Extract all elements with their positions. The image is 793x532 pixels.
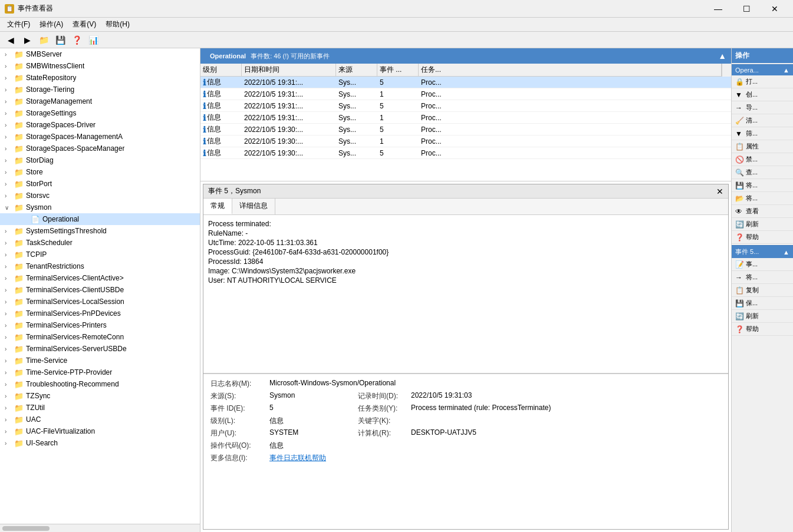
action-item[interactable]: 🧹清...: [732, 114, 793, 127]
tree-item[interactable]: ›📁UAC: [0, 414, 200, 425]
tree-item[interactable]: ›📁Storage-Tiering: [0, 84, 200, 95]
table-row[interactable]: ℹ信息2022/10/5 19:30:...Sys...5Proc...: [200, 124, 731, 136]
tree-item[interactable]: ›📁StorageManagement: [0, 95, 200, 107]
more-info-link[interactable]: 事件日志联机帮助: [269, 454, 326, 462]
tree-item[interactable]: ›📁TerminalServices-PnPDevices: [0, 308, 200, 319]
action-item[interactable]: ❓帮助: [732, 231, 793, 244]
tab-details[interactable]: 详细信息: [232, 199, 275, 214]
tree-item[interactable]: ›📁StorDiag: [0, 154, 200, 166]
tree-item[interactable]: ›📁Store: [0, 166, 200, 178]
tree-item[interactable]: ›📁Time-Service: [0, 355, 200, 366]
tree-item[interactable]: ›📁TerminalServices-ClientUSBDe: [0, 284, 200, 296]
col-source[interactable]: 来源: [336, 64, 377, 77]
tree-item[interactable]: ›📁TenantRestrictions: [0, 260, 200, 272]
menu-help[interactable]: 帮助(H): [101, 18, 134, 31]
expand-icon: ›: [5, 157, 13, 164]
action-item[interactable]: 📝事...: [732, 258, 793, 271]
tree-item[interactable]: ›📁Troubleshooting-Recommend: [0, 378, 200, 390]
folder-icon: 📁: [14, 356, 24, 365]
tree-item[interactable]: ›📁TerminalServices-Printers: [0, 319, 200, 331]
close-button[interactable]: ✕: [761, 0, 788, 18]
help-button[interactable]: ❓: [70, 33, 84, 47]
actions-section-header[interactable]: 事件 5...▲: [732, 245, 793, 258]
action-item[interactable]: ❓帮助: [732, 323, 793, 336]
tree-item[interactable]: ›📁StorPort: [0, 178, 200, 190]
tree-item[interactable]: ›📁TZUtil: [0, 402, 200, 414]
menu-view[interactable]: 查看(V): [68, 18, 101, 31]
table-row[interactable]: ℹ信息2022/10/5 19:31:...Sys...5Proc...: [200, 77, 731, 88]
action-label: 导...: [746, 103, 758, 112]
action-item[interactable]: 👁查看: [732, 205, 793, 218]
tab-general[interactable]: 常规: [203, 199, 232, 214]
action-item[interactable]: ▼筛...: [732, 127, 793, 140]
expand-icon: ›: [5, 358, 13, 364]
tree-item[interactable]: ›📁SMBWitnessClient: [0, 60, 200, 72]
tree-item[interactable]: ›📁Storsvc: [0, 190, 200, 201]
folder-icon: 📁: [14, 274, 24, 283]
tree-item-label: TCPIP: [26, 250, 47, 259]
action-item[interactable]: 📂将...: [732, 192, 793, 205]
tree-item[interactable]: ›📁StorageSpaces-Driver: [0, 119, 200, 131]
action-item[interactable]: 🔄刷新: [732, 310, 793, 323]
tree-item[interactable]: 📄Operational: [0, 213, 200, 225]
col-task[interactable]: 任务...: [419, 64, 722, 77]
action-item[interactable]: 📋复制: [732, 284, 793, 297]
tree-item[interactable]: ∨📁Sysmon: [0, 201, 200, 213]
col-datetime[interactable]: 日期和时间: [242, 64, 336, 77]
tree-item-label: SMBServer: [26, 50, 62, 58]
action-item[interactable]: 🔄刷新: [732, 218, 793, 231]
info-icon: ℹ: [203, 137, 206, 146]
folder-icon: 📁: [14, 74, 24, 82]
table-row[interactable]: ℹ信息2022/10/5 19:30:...Sys...1Proc...: [200, 136, 731, 147]
action-item[interactable]: →将...: [732, 271, 793, 284]
tree-item-label: StorageSpaces-SpaceManager: [26, 144, 124, 153]
menu-action[interactable]: 操作(A): [35, 18, 68, 31]
tree-item[interactable]: ›📁TerminalServices-LocalSession: [0, 296, 200, 308]
tree-item[interactable]: ›📁TerminalServices-ClientActive>: [0, 272, 200, 284]
tree-item[interactable]: ›📁Time-Service-PTP-Provider: [0, 366, 200, 378]
view-button[interactable]: 📊: [86, 33, 100, 47]
tree-item[interactable]: ›📁TerminalServices-RemoteConn: [0, 331, 200, 343]
back-button[interactable]: ◀: [4, 33, 18, 47]
tree-item[interactable]: ›📁TCPIP: [0, 249, 200, 260]
save-button[interactable]: 💾: [53, 33, 67, 47]
table-row[interactable]: ℹ信息2022/10/5 19:30:...Sys...5Proc...: [200, 147, 731, 159]
menu-file[interactable]: 文件(F): [2, 18, 35, 31]
tree-item-label: TerminalServices-ClientUSBDe: [26, 286, 124, 294]
table-row[interactable]: ℹ信息2022/10/5 19:31:...Sys...1Proc...: [200, 88, 731, 100]
tree-item[interactable]: ›📁StorageSpaces-SpaceManager: [0, 143, 200, 154]
user-label: 用户(U):: [208, 427, 267, 440]
tree-item[interactable]: ›📁StorageSpaces-ManagementA: [0, 131, 200, 143]
tree-item[interactable]: ›📁TerminalServices-ServerUSBDe: [0, 343, 200, 355]
tree-item[interactable]: ›📁UAC-FileVirtualization: [0, 425, 200, 437]
minimize-button[interactable]: —: [705, 0, 732, 18]
table-row[interactable]: ℹ信息2022/10/5 19:31:...Sys...1Proc...: [200, 112, 731, 124]
action-icon: ❓: [735, 233, 743, 242]
action-icon: 🚫: [735, 156, 743, 164]
action-item[interactable]: 📋属性: [732, 140, 793, 153]
tree-item[interactable]: ›📁StateRepository: [0, 72, 200, 84]
close-detail-button[interactable]: ✕: [716, 187, 723, 196]
list-scroll-up[interactable]: ▲: [718, 51, 726, 61]
action-item[interactable]: 💾保...: [732, 297, 793, 310]
tree-item[interactable]: ›📁UI-Search: [0, 437, 200, 449]
tree-item[interactable]: ›📁SystemSettingsThreshold: [0, 225, 200, 237]
action-item[interactable]: 💾将...: [732, 179, 793, 192]
action-item[interactable]: 🔍查...: [732, 166, 793, 179]
tree-item[interactable]: ›📁TaskScheduler: [0, 237, 200, 249]
action-item[interactable]: ▼创...: [732, 88, 793, 101]
open-button[interactable]: 📁: [37, 33, 51, 47]
tree-item[interactable]: ›📁TZSync: [0, 390, 200, 402]
col-level[interactable]: 级别: [200, 64, 242, 77]
col-eventid[interactable]: 事件 ...: [377, 64, 419, 77]
tree-item[interactable]: ›📁StorageSettings: [0, 107, 200, 119]
event-id-value: 5: [267, 402, 356, 415]
action-item[interactable]: →导...: [732, 101, 793, 114]
actions-section-header[interactable]: Opera...▲: [732, 64, 793, 75]
table-row[interactable]: ℹ信息2022/10/5 19:31:...Sys...5Proc...: [200, 100, 731, 112]
action-item[interactable]: 🔒打...: [732, 75, 793, 88]
forward-button[interactable]: ▶: [20, 33, 34, 47]
action-item[interactable]: 🚫禁...: [732, 153, 793, 166]
tree-item[interactable]: ›📁SMBServer: [0, 48, 200, 60]
maximize-button[interactable]: ☐: [733, 0, 760, 18]
